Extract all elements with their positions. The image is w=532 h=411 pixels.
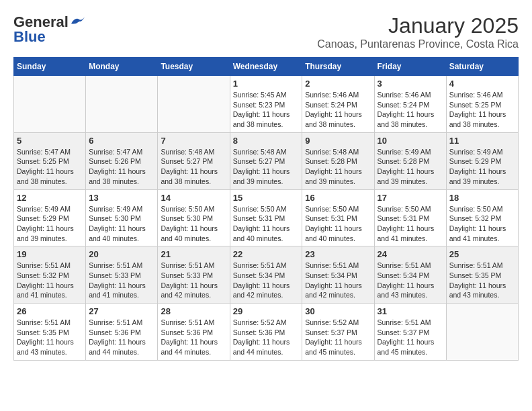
calendar-cell: 25Sunrise: 5:51 AMSunset: 5:35 PMDayligh…: [446, 246, 518, 304]
calendar-cell: [446, 304, 518, 361]
day-info: Sunrise: 5:50 AMSunset: 5:31 PMDaylight:…: [378, 204, 443, 244]
day-info: Sunrise: 5:51 AMSunset: 5:34 PMDaylight:…: [378, 261, 443, 300]
day-number: 19: [17, 249, 83, 259]
calendar-cell: 21Sunrise: 5:51 AMSunset: 5:33 PMDayligh…: [158, 246, 230, 304]
calendar-cell: 5Sunrise: 5:47 AMSunset: 5:25 PMDaylight…: [14, 132, 86, 189]
day-number: 26: [17, 306, 83, 316]
logo-blue: Blue: [13, 28, 46, 46]
day-number: 23: [305, 249, 371, 259]
day-number: 31: [378, 306, 443, 316]
title-area: January 2025 Canoas, Puntarenas Province…: [317, 13, 519, 50]
calendar-cell: 24Sunrise: 5:51 AMSunset: 5:34 PMDayligh…: [374, 246, 446, 304]
page-header: General Blue January 2025 Canoas, Puntar…: [13, 13, 519, 50]
day-info: Sunrise: 5:51 AMSunset: 5:36 PMDaylight:…: [161, 318, 226, 357]
calendar-cell: [86, 76, 158, 133]
calendar-cell: 13Sunrise: 5:49 AMSunset: 5:30 PMDayligh…: [86, 189, 158, 246]
day-info: Sunrise: 5:51 AMSunset: 5:37 PMDaylight:…: [378, 318, 443, 357]
day-number: 10: [378, 136, 443, 146]
day-info: Sunrise: 5:50 AMSunset: 5:32 PMDaylight:…: [449, 204, 515, 244]
day-number: 17: [378, 193, 443, 203]
day-info: Sunrise: 5:51 AMSunset: 5:34 PMDaylight:…: [233, 261, 300, 300]
day-number: 4: [449, 79, 515, 89]
day-info: Sunrise: 5:51 AMSunset: 5:32 PMDaylight:…: [17, 261, 83, 300]
calendar-cell: 19Sunrise: 5:51 AMSunset: 5:32 PMDayligh…: [14, 246, 86, 304]
day-info: Sunrise: 5:49 AMSunset: 5:29 PMDaylight:…: [449, 147, 515, 187]
day-number: 27: [89, 306, 154, 316]
calendar-cell: 16Sunrise: 5:50 AMSunset: 5:31 PMDayligh…: [302, 189, 374, 246]
calendar-cell: 31Sunrise: 5:51 AMSunset: 5:37 PMDayligh…: [374, 304, 446, 361]
day-info: Sunrise: 5:49 AMSunset: 5:29 PMDaylight:…: [17, 204, 83, 244]
day-number: 11: [449, 136, 515, 146]
day-info: Sunrise: 5:50 AMSunset: 5:31 PMDaylight:…: [305, 204, 371, 244]
day-number: 30: [305, 306, 371, 316]
calendar-week-row: 19Sunrise: 5:51 AMSunset: 5:32 PMDayligh…: [14, 246, 519, 304]
calendar-cell: 26Sunrise: 5:51 AMSunset: 5:35 PMDayligh…: [14, 304, 86, 361]
day-number: 28: [161, 306, 226, 316]
calendar-cell: [158, 76, 230, 133]
calendar-cell: 12Sunrise: 5:49 AMSunset: 5:29 PMDayligh…: [14, 189, 86, 246]
weekday-header-monday: Monday: [86, 58, 158, 76]
day-info: Sunrise: 5:50 AMSunset: 5:30 PMDaylight:…: [161, 204, 226, 244]
weekday-header-wednesday: Wednesday: [230, 58, 302, 76]
calendar-cell: 7Sunrise: 5:48 AMSunset: 5:27 PMDaylight…: [158, 132, 230, 189]
calendar-cell: 4Sunrise: 5:46 AMSunset: 5:25 PMDaylight…: [446, 76, 518, 133]
calendar-cell: 14Sunrise: 5:50 AMSunset: 5:30 PMDayligh…: [158, 189, 230, 246]
day-number: 6: [89, 136, 154, 146]
calendar-cell: 8Sunrise: 5:48 AMSunset: 5:27 PMDaylight…: [230, 132, 302, 189]
day-info: Sunrise: 5:52 AMSunset: 5:37 PMDaylight:…: [305, 318, 371, 357]
day-info: Sunrise: 5:46 AMSunset: 5:24 PMDaylight:…: [378, 90, 443, 130]
day-info: Sunrise: 5:49 AMSunset: 5:28 PMDaylight:…: [378, 147, 443, 187]
day-info: Sunrise: 5:51 AMSunset: 5:34 PMDaylight:…: [305, 261, 371, 300]
calendar-week-row: 5Sunrise: 5:47 AMSunset: 5:25 PMDaylight…: [14, 132, 519, 189]
weekday-header-tuesday: Tuesday: [158, 58, 230, 76]
calendar-cell: 17Sunrise: 5:50 AMSunset: 5:31 PMDayligh…: [374, 189, 446, 246]
calendar-subtitle: Canoas, Puntarenas Province, Costa Rica: [317, 38, 519, 50]
day-info: Sunrise: 5:48 AMSunset: 5:27 PMDaylight:…: [233, 147, 300, 187]
calendar-cell: 6Sunrise: 5:47 AMSunset: 5:26 PMDaylight…: [86, 132, 158, 189]
day-info: Sunrise: 5:46 AMSunset: 5:25 PMDaylight:…: [449, 90, 515, 130]
weekday-header-thursday: Thursday: [302, 58, 374, 76]
calendar-cell: 22Sunrise: 5:51 AMSunset: 5:34 PMDayligh…: [230, 246, 302, 304]
day-info: Sunrise: 5:52 AMSunset: 5:36 PMDaylight:…: [233, 318, 300, 357]
calendar-cell: 9Sunrise: 5:48 AMSunset: 5:28 PMDaylight…: [302, 132, 374, 189]
day-info: Sunrise: 5:51 AMSunset: 5:33 PMDaylight:…: [89, 261, 154, 300]
day-info: Sunrise: 5:47 AMSunset: 5:26 PMDaylight:…: [89, 147, 154, 187]
day-number: 13: [89, 193, 154, 203]
day-number: 5: [17, 136, 83, 146]
weekday-header-saturday: Saturday: [446, 58, 518, 76]
day-number: 9: [305, 136, 371, 146]
calendar-cell: 10Sunrise: 5:49 AMSunset: 5:28 PMDayligh…: [374, 132, 446, 189]
calendar-cell: [14, 76, 86, 133]
calendar-cell: 11Sunrise: 5:49 AMSunset: 5:29 PMDayligh…: [446, 132, 518, 189]
day-number: 20: [89, 249, 154, 259]
day-number: 18: [449, 193, 515, 203]
day-number: 12: [17, 193, 83, 203]
calendar-week-row: 26Sunrise: 5:51 AMSunset: 5:35 PMDayligh…: [14, 304, 519, 361]
calendar-cell: 29Sunrise: 5:52 AMSunset: 5:36 PMDayligh…: [230, 304, 302, 361]
day-info: Sunrise: 5:49 AMSunset: 5:30 PMDaylight:…: [89, 204, 154, 244]
day-info: Sunrise: 5:51 AMSunset: 5:33 PMDaylight:…: [161, 261, 226, 300]
day-info: Sunrise: 5:48 AMSunset: 5:28 PMDaylight:…: [305, 147, 371, 187]
day-info: Sunrise: 5:47 AMSunset: 5:25 PMDaylight:…: [17, 147, 83, 187]
calendar-cell: 2Sunrise: 5:46 AMSunset: 5:24 PMDaylight…: [302, 76, 374, 133]
calendar-week-row: 1Sunrise: 5:45 AMSunset: 5:23 PMDaylight…: [14, 76, 519, 133]
day-number: 15: [233, 193, 300, 203]
day-info: Sunrise: 5:51 AMSunset: 5:35 PMDaylight:…: [17, 318, 83, 357]
calendar-cell: 18Sunrise: 5:50 AMSunset: 5:32 PMDayligh…: [446, 189, 518, 246]
day-number: 25: [449, 249, 515, 259]
day-number: 14: [161, 193, 226, 203]
calendar-cell: 28Sunrise: 5:51 AMSunset: 5:36 PMDayligh…: [158, 304, 230, 361]
day-number: 3: [378, 79, 443, 89]
day-number: 8: [233, 136, 300, 146]
weekday-header-sunday: Sunday: [14, 58, 86, 76]
day-number: 2: [305, 79, 371, 89]
logo: General Blue: [13, 13, 85, 46]
calendar-cell: 1Sunrise: 5:45 AMSunset: 5:23 PMDaylight…: [230, 76, 302, 133]
day-info: Sunrise: 5:48 AMSunset: 5:27 PMDaylight:…: [161, 147, 226, 187]
calendar-cell: 27Sunrise: 5:51 AMSunset: 5:36 PMDayligh…: [86, 304, 158, 361]
day-info: Sunrise: 5:51 AMSunset: 5:36 PMDaylight:…: [89, 318, 154, 357]
day-info: Sunrise: 5:50 AMSunset: 5:31 PMDaylight:…: [233, 204, 300, 244]
calendar-week-row: 12Sunrise: 5:49 AMSunset: 5:29 PMDayligh…: [14, 189, 519, 246]
weekday-header-row: SundayMondayTuesdayWednesdayThursdayFrid…: [14, 58, 519, 76]
calendar-cell: 30Sunrise: 5:52 AMSunset: 5:37 PMDayligh…: [302, 304, 374, 361]
